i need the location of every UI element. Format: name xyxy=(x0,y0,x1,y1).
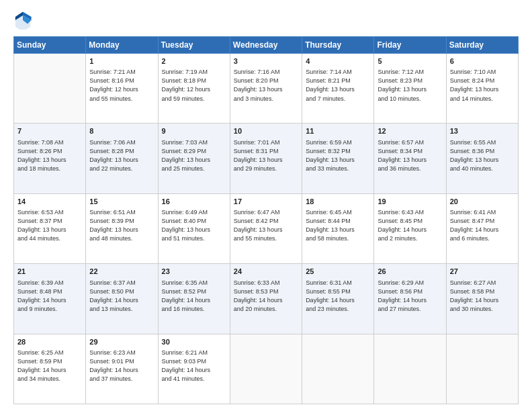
day-info: Sunrise: 6:39 AM Sunset: 8:48 PM Dayligh… xyxy=(17,279,82,314)
day-number: 21 xyxy=(17,267,82,277)
day-number: 5 xyxy=(378,56,442,66)
day-number: 18 xyxy=(306,197,370,207)
day-info: Sunrise: 6:53 AM Sunset: 8:37 PM Dayligh… xyxy=(17,208,82,243)
logo xyxy=(13,11,35,30)
day-number: 22 xyxy=(89,267,154,277)
calendar-cell: 4Sunrise: 7:14 AM Sunset: 8:21 PM Daylig… xyxy=(302,54,374,124)
day-number: 8 xyxy=(89,126,154,136)
day-info: Sunrise: 7:03 AM Sunset: 8:29 PM Dayligh… xyxy=(162,138,226,173)
calendar-cell: 24Sunrise: 6:33 AM Sunset: 8:53 PM Dayli… xyxy=(230,264,302,334)
day-number: 17 xyxy=(234,197,298,207)
day-info: Sunrise: 6:55 AM Sunset: 8:36 PM Dayligh… xyxy=(450,138,515,173)
week-row-3: 14Sunrise: 6:53 AM Sunset: 8:37 PM Dayli… xyxy=(14,193,519,263)
calendar-cell xyxy=(374,334,446,404)
weekday-header-friday: Friday xyxy=(374,37,446,54)
day-info: Sunrise: 7:08 AM Sunset: 8:26 PM Dayligh… xyxy=(17,138,82,173)
week-row-4: 21Sunrise: 6:39 AM Sunset: 8:48 PM Dayli… xyxy=(14,264,519,334)
calendar-cell: 12Sunrise: 6:57 AM Sunset: 8:34 PM Dayli… xyxy=(374,124,446,193)
logo-icon xyxy=(13,11,32,30)
day-info: Sunrise: 6:21 AM Sunset: 9:03 PM Dayligh… xyxy=(162,349,226,383)
day-info: Sunrise: 6:27 AM Sunset: 8:58 PM Dayligh… xyxy=(450,279,515,314)
calendar-cell: 27Sunrise: 6:27 AM Sunset: 8:58 PM Dayli… xyxy=(446,264,518,334)
calendar-cell: 10Sunrise: 7:01 AM Sunset: 8:31 PM Dayli… xyxy=(230,124,302,193)
day-number: 9 xyxy=(162,126,226,136)
calendar-cell xyxy=(14,54,86,124)
weekday-header-row: SundayMondayTuesdayWednesdayThursdayFrid… xyxy=(14,37,519,54)
day-info: Sunrise: 6:43 AM Sunset: 8:45 PM Dayligh… xyxy=(378,208,442,243)
day-info: Sunrise: 6:35 AM Sunset: 8:52 PM Dayligh… xyxy=(162,279,226,314)
day-number: 6 xyxy=(450,56,515,66)
day-number: 14 xyxy=(17,197,82,207)
calendar-cell: 19Sunrise: 6:43 AM Sunset: 8:45 PM Dayli… xyxy=(374,193,446,263)
calendar-cell: 15Sunrise: 6:51 AM Sunset: 8:39 PM Dayli… xyxy=(86,193,158,263)
calendar-cell: 6Sunrise: 7:10 AM Sunset: 8:24 PM Daylig… xyxy=(446,54,518,124)
calendar-cell: 3Sunrise: 7:16 AM Sunset: 8:20 PM Daylig… xyxy=(230,54,302,124)
weekday-header-wednesday: Wednesday xyxy=(230,37,302,54)
calendar-cell: 30Sunrise: 6:21 AM Sunset: 9:03 PM Dayli… xyxy=(158,334,230,404)
day-number: 11 xyxy=(306,126,370,136)
day-info: Sunrise: 7:12 AM Sunset: 8:23 PM Dayligh… xyxy=(378,68,442,103)
header xyxy=(13,11,519,30)
calendar-cell: 1Sunrise: 7:21 AM Sunset: 8:16 PM Daylig… xyxy=(86,54,158,124)
calendar-cell: 14Sunrise: 6:53 AM Sunset: 8:37 PM Dayli… xyxy=(14,193,86,263)
calendar-cell: 22Sunrise: 6:37 AM Sunset: 8:50 PM Dayli… xyxy=(86,264,158,334)
calendar-cell: 7Sunrise: 7:08 AM Sunset: 8:26 PM Daylig… xyxy=(14,124,86,193)
day-number: 15 xyxy=(89,197,154,207)
day-number: 26 xyxy=(378,267,442,277)
weekday-header-monday: Monday xyxy=(86,37,158,54)
day-info: Sunrise: 6:23 AM Sunset: 9:01 PM Dayligh… xyxy=(89,349,154,383)
day-info: Sunrise: 6:31 AM Sunset: 8:55 PM Dayligh… xyxy=(306,279,370,314)
calendar-cell: 11Sunrise: 6:59 AM Sunset: 8:32 PM Dayli… xyxy=(302,124,374,193)
day-number: 23 xyxy=(162,267,226,277)
day-number: 7 xyxy=(17,126,82,136)
week-row-1: 1Sunrise: 7:21 AM Sunset: 8:16 PM Daylig… xyxy=(14,54,519,124)
page: SundayMondayTuesdayWednesdayThursdayFrid… xyxy=(0,0,532,411)
calendar-cell: 9Sunrise: 7:03 AM Sunset: 8:29 PM Daylig… xyxy=(158,124,230,193)
day-number: 24 xyxy=(234,267,298,277)
day-number: 2 xyxy=(162,56,226,66)
weekday-header-tuesday: Tuesday xyxy=(158,37,230,54)
day-info: Sunrise: 6:45 AM Sunset: 8:44 PM Dayligh… xyxy=(306,208,370,243)
day-info: Sunrise: 6:29 AM Sunset: 8:56 PM Dayligh… xyxy=(378,279,442,314)
day-number: 16 xyxy=(162,197,226,207)
calendar-cell: 23Sunrise: 6:35 AM Sunset: 8:52 PM Dayli… xyxy=(158,264,230,334)
calendar-cell xyxy=(446,334,518,404)
calendar: SundayMondayTuesdayWednesdayThursdayFrid… xyxy=(13,36,519,404)
day-number: 25 xyxy=(306,267,370,277)
weekday-header-saturday: Saturday xyxy=(446,37,518,54)
day-number: 3 xyxy=(234,56,298,66)
day-info: Sunrise: 6:37 AM Sunset: 8:50 PM Dayligh… xyxy=(89,279,154,314)
week-row-5: 28Sunrise: 6:25 AM Sunset: 8:59 PM Dayli… xyxy=(14,334,519,404)
day-info: Sunrise: 7:10 AM Sunset: 8:24 PM Dayligh… xyxy=(450,68,515,103)
day-info: Sunrise: 6:25 AM Sunset: 8:59 PM Dayligh… xyxy=(17,349,82,383)
week-row-2: 7Sunrise: 7:08 AM Sunset: 8:26 PM Daylig… xyxy=(14,124,519,193)
calendar-cell: 16Sunrise: 6:49 AM Sunset: 8:40 PM Dayli… xyxy=(158,193,230,263)
calendar-cell: 20Sunrise: 6:41 AM Sunset: 8:47 PM Dayli… xyxy=(446,193,518,263)
day-number: 19 xyxy=(378,197,442,207)
day-info: Sunrise: 6:47 AM Sunset: 8:42 PM Dayligh… xyxy=(234,208,298,243)
day-info: Sunrise: 6:51 AM Sunset: 8:39 PM Dayligh… xyxy=(89,208,154,243)
day-number: 10 xyxy=(234,126,298,136)
calendar-cell: 26Sunrise: 6:29 AM Sunset: 8:56 PM Dayli… xyxy=(374,264,446,334)
day-number: 1 xyxy=(89,56,154,66)
calendar-cell xyxy=(230,334,302,404)
calendar-cell: 25Sunrise: 6:31 AM Sunset: 8:55 PM Dayli… xyxy=(302,264,374,334)
day-info: Sunrise: 6:57 AM Sunset: 8:34 PM Dayligh… xyxy=(378,138,442,173)
weekday-header-thursday: Thursday xyxy=(302,37,374,54)
calendar-cell xyxy=(302,334,374,404)
calendar-cell: 13Sunrise: 6:55 AM Sunset: 8:36 PM Dayli… xyxy=(446,124,518,193)
day-number: 20 xyxy=(450,197,515,207)
day-info: Sunrise: 6:41 AM Sunset: 8:47 PM Dayligh… xyxy=(450,208,515,243)
day-number: 4 xyxy=(306,56,370,66)
calendar-cell: 29Sunrise: 6:23 AM Sunset: 9:01 PM Dayli… xyxy=(86,334,158,404)
calendar-cell: 17Sunrise: 6:47 AM Sunset: 8:42 PM Dayli… xyxy=(230,193,302,263)
day-number: 13 xyxy=(450,126,515,136)
day-info: Sunrise: 6:33 AM Sunset: 8:53 PM Dayligh… xyxy=(234,279,298,314)
day-info: Sunrise: 6:59 AM Sunset: 8:32 PM Dayligh… xyxy=(306,138,370,173)
day-number: 29 xyxy=(89,337,154,347)
calendar-cell: 21Sunrise: 6:39 AM Sunset: 8:48 PM Dayli… xyxy=(14,264,86,334)
day-info: Sunrise: 7:06 AM Sunset: 8:28 PM Dayligh… xyxy=(89,138,154,173)
calendar-cell: 5Sunrise: 7:12 AM Sunset: 8:23 PM Daylig… xyxy=(374,54,446,124)
calendar-cell: 2Sunrise: 7:19 AM Sunset: 8:18 PM Daylig… xyxy=(158,54,230,124)
day-info: Sunrise: 7:21 AM Sunset: 8:16 PM Dayligh… xyxy=(89,68,154,103)
